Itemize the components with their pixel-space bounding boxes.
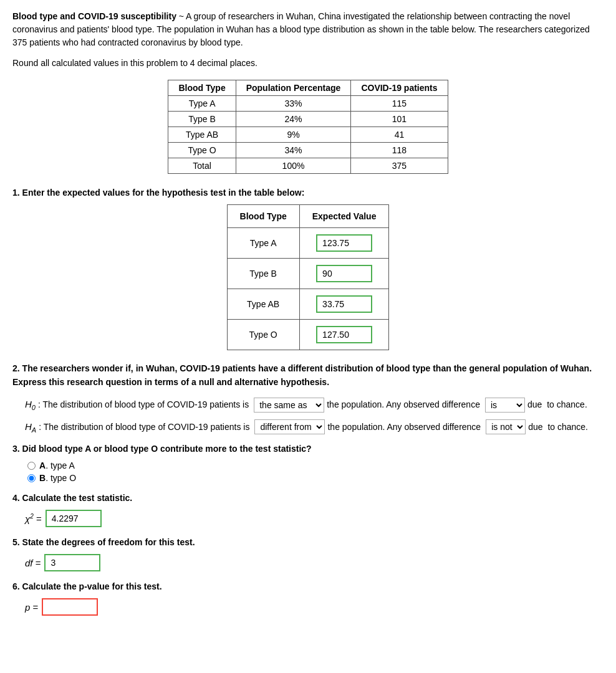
population-table-wrapper: Blood Type Population Percentage COVID-1… bbox=[12, 80, 604, 174]
ha-sub: A bbox=[32, 426, 36, 434]
ha-text-before: : The distribution of blood type of COVI… bbox=[39, 419, 249, 435]
h0-text-due: due bbox=[527, 397, 542, 413]
q3-header: 3. Did blood type A or blood type O cont… bbox=[12, 442, 604, 456]
pop-cell-2-0: Type AB bbox=[168, 127, 236, 143]
ha-text-middle: the population. Any observed difference bbox=[327, 419, 481, 435]
ha-line: HA : The distribution of blood type of C… bbox=[12, 418, 604, 437]
q5-symbol: df bbox=[25, 558, 33, 568]
h0-symbol: H0 bbox=[25, 396, 36, 414]
q4-symbol: χ2 bbox=[25, 513, 34, 524]
expected-table-wrapper: Blood Type Expected Value Type AType BTy… bbox=[12, 204, 604, 350]
q5-equals: = bbox=[33, 558, 41, 568]
q3-option-b: B. type O bbox=[27, 473, 604, 483]
q2-header: 2. The researchers wonder if, in Wuhan, … bbox=[12, 361, 604, 389]
pop-cell-3-2: 118 bbox=[351, 143, 448, 158]
ha-dropdown2[interactable]: isis not bbox=[486, 419, 526, 434]
q1-text: Enter the expected values for the hypoth… bbox=[20, 188, 305, 198]
pop-cell-0-2: 115 bbox=[351, 96, 448, 112]
pop-header-bloodtype: Blood Type bbox=[168, 80, 236, 96]
exp-header-bloodtype: Blood Type bbox=[227, 205, 299, 228]
q6-input[interactable] bbox=[42, 598, 98, 616]
pop-cell-4-2: 375 bbox=[351, 158, 448, 174]
q6-header: 6. Calculate the p-value for this test. bbox=[12, 580, 604, 593]
q5-section: 5. State the degrees of freedom for this… bbox=[12, 536, 604, 571]
exp-type-3: Type O bbox=[227, 320, 299, 350]
q4-calc-line: χ2 = bbox=[12, 510, 604, 527]
exp-type-0: Type A bbox=[227, 228, 299, 259]
pop-header-population: Population Percentage bbox=[236, 80, 351, 96]
exp-value-cell-2 bbox=[299, 289, 389, 320]
exp-input-3[interactable] bbox=[316, 326, 372, 343]
q3-label: 3. bbox=[12, 444, 20, 454]
exp-header-value: Expected Value bbox=[299, 205, 389, 228]
q6-equals: = bbox=[30, 602, 38, 613]
q6-label: 6. bbox=[12, 581, 20, 591]
exp-input-1[interactable] bbox=[316, 265, 372, 282]
pop-cell-2-2: 41 bbox=[351, 127, 448, 143]
q3-label-a[interactable]: A. type A bbox=[39, 461, 75, 470]
q3-radio-group: A. type A B. type O bbox=[12, 461, 604, 483]
exp-type-2: Type AB bbox=[227, 289, 299, 320]
q4-input[interactable] bbox=[46, 510, 102, 527]
q3-option-a: A. type A bbox=[27, 461, 604, 470]
pop-cell-3-0: Type O bbox=[168, 143, 236, 158]
q6-calc-line: p = bbox=[12, 598, 604, 616]
q1-label: 1. bbox=[12, 188, 20, 198]
q5-label: 5. bbox=[12, 537, 20, 547]
pop-cell-1-0: Type B bbox=[168, 112, 236, 127]
h0-dropdown1[interactable]: the same asdifferent from bbox=[254, 398, 324, 413]
exp-value-cell-0 bbox=[299, 228, 389, 259]
q4-equals: = bbox=[34, 513, 42, 524]
q4-section: 4. Calculate the test statistic. χ2 = bbox=[12, 492, 604, 527]
q4-text: Calculate the test statistic. bbox=[20, 493, 133, 503]
q3-section: 3. Did blood type A or blood type O cont… bbox=[12, 442, 604, 483]
q6-text: Calculate the p-value for this test. bbox=[20, 581, 162, 591]
pop-cell-0-1: 33% bbox=[236, 96, 351, 112]
expected-table: Blood Type Expected Value Type AType BTy… bbox=[227, 204, 390, 350]
exp-input-2[interactable] bbox=[316, 295, 372, 313]
ha-text-after: to chance. bbox=[546, 419, 589, 435]
q4-header: 4. Calculate the test statistic. bbox=[12, 492, 604, 505]
pop-cell-4-0: Total bbox=[168, 158, 236, 174]
ha-symbol: HA bbox=[25, 418, 36, 437]
exp-type-1: Type B bbox=[227, 259, 299, 289]
pop-cell-1-1: 24% bbox=[236, 112, 351, 127]
pop-header-covid: COVID-19 patients bbox=[351, 80, 448, 96]
q3-text: Did blood type A or blood type O contrib… bbox=[20, 444, 312, 454]
pop-cell-0-0: Type A bbox=[168, 96, 236, 112]
q6-section: 6. Calculate the p-value for this test. … bbox=[12, 580, 604, 616]
q5-header: 5. State the degrees of freedom for this… bbox=[12, 536, 604, 549]
pop-cell-3-1: 34% bbox=[236, 143, 351, 158]
q3-radio-b[interactable] bbox=[27, 474, 36, 482]
h0-text-before: : The distribution of blood type of COVI… bbox=[38, 397, 249, 413]
q2-label: 2. bbox=[12, 363, 20, 373]
exp-input-0[interactable] bbox=[316, 234, 372, 252]
round-note: Round all calculated values in this prob… bbox=[12, 57, 604, 70]
pop-cell-4-1: 100% bbox=[236, 158, 351, 174]
q5-calc-line: df = bbox=[12, 554, 604, 571]
exp-value-cell-3 bbox=[299, 320, 389, 350]
ha-dropdown1[interactable]: the same asdifferent from bbox=[254, 419, 325, 434]
q3-radio-a[interactable] bbox=[27, 462, 36, 470]
pop-cell-1-2: 101 bbox=[351, 112, 448, 127]
q5-text: State the degrees of freedom for this te… bbox=[20, 537, 195, 547]
q1-header: 1. Enter the expected values for the hyp… bbox=[12, 186, 604, 199]
q4-label: 4. bbox=[12, 493, 20, 503]
ha-text-due: due bbox=[528, 419, 542, 435]
h0-dropdown2[interactable]: isis not bbox=[485, 398, 525, 413]
q5-input[interactable] bbox=[44, 554, 100, 571]
pop-cell-2-1: 9% bbox=[236, 127, 351, 143]
h0-text-after: to chance. bbox=[544, 397, 587, 413]
intro-paragraph: Blood type and COVID-19 susceptibility ~… bbox=[12, 10, 604, 49]
exp-value-cell-1 bbox=[299, 259, 389, 289]
intro-bold: Blood type and COVID-19 susceptibility bbox=[12, 11, 176, 21]
h0-text-middle: the population. Any observed difference bbox=[327, 397, 480, 413]
h0-sub: 0 bbox=[32, 404, 36, 411]
q3-label-b[interactable]: B. type O bbox=[39, 473, 76, 483]
population-table: Blood Type Population Percentage COVID-1… bbox=[168, 80, 448, 174]
q2-text: The researchers wonder if, in Wuhan, COV… bbox=[12, 363, 592, 387]
q6-symbol: p bbox=[25, 602, 30, 613]
h0-line: H0 : The distribution of blood type of C… bbox=[12, 396, 604, 414]
